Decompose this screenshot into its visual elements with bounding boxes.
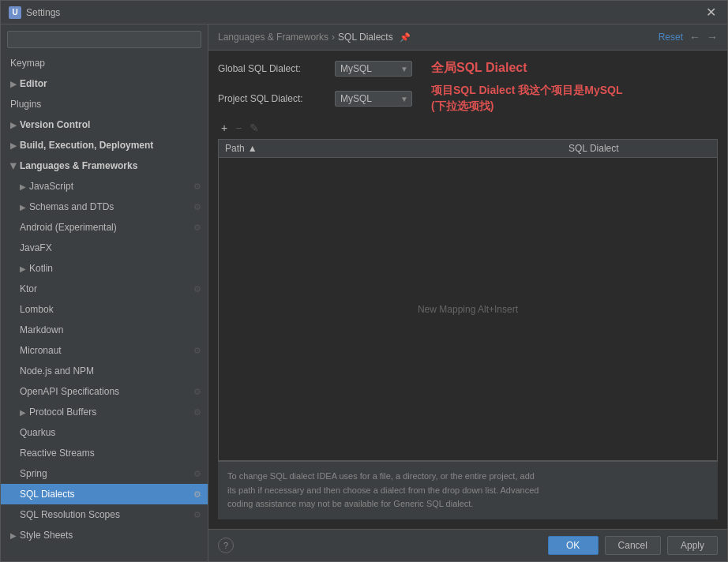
arrow-icon-style: ▶ — [10, 530, 17, 541]
search-input[interactable] — [7, 31, 201, 48]
sidebar-item-protocol-buffers[interactable]: ▶ Protocol Buffers ⚙ — [1, 402, 208, 422]
info-text-content: To change SQL dialect IDEA uses for a fi… — [227, 471, 538, 508]
sidebar-item-keymap[interactable]: Keymap — [1, 53, 208, 73]
project-dialect-row: Project SQL Dialect: MySQL SQLite Postgr… — [218, 83, 718, 114]
edit-mapping-button[interactable]: ✎ — [246, 120, 262, 136]
project-dialect-select-wrapper: MySQL SQLite PostgreSQL Oracle Generic S… — [335, 91, 412, 107]
sidebar-item-plugins[interactable]: Plugins — [1, 94, 208, 114]
sidebar-item-nodejs[interactable]: Node.js and NPM — [1, 361, 208, 381]
sidebar-label-quarkus: Quarkus — [20, 425, 55, 440]
sidebar: 🔍 Keymap ▶ Editor — [1, 24, 208, 561]
sidebar-label-build: Build, Execution, Deployment — [20, 138, 153, 152]
arrow-icon-editor: ▶ — [10, 78, 17, 90]
sidebar-item-style-sheets[interactable]: ▶ Style Sheets — [1, 525, 208, 545]
panel-body: Global SQL Dialect: MySQL SQLite Postgre… — [208, 51, 727, 529]
sidebar-label-protocol: Protocol Buffers — [29, 405, 96, 419]
global-dialect-select-wrapper: MySQL SQLite PostgreSQL Oracle Generic S… — [335, 61, 412, 77]
apply-button[interactable]: Apply — [667, 536, 718, 555]
title-bar-title: Settings — [26, 7, 703, 18]
search-wrapper: 🔍 — [7, 31, 201, 48]
sidebar-item-markdown[interactable]: Markdown — [1, 320, 208, 340]
pin-icon: 📌 — [400, 32, 411, 43]
arrow-icon-protocol: ▶ — [20, 407, 26, 418]
sidebar-label-version-control: Version Control — [20, 118, 90, 132]
sidebar-label-keymap: Keymap — [10, 56, 45, 70]
sidebar-item-micronaut[interactable]: Micronaut ⚙ — [1, 340, 208, 361]
dialect-col-label: SQL Dialect — [569, 143, 619, 154]
gear-icon-micronaut: ⚙ — [193, 344, 201, 358]
table-empty-message: New Mapping Alt+Insert — [219, 158, 717, 460]
app-icon: U — [9, 6, 21, 19]
annotation-project: 项目SQL Dialect 我这个项目是MySQL(下拉选项找) — [431, 83, 622, 114]
arrow-icon-schemas: ▶ — [20, 201, 26, 213]
sidebar-item-lombok[interactable]: Lombok — [1, 299, 208, 320]
sidebar-item-schemas[interactable]: ▶ Schemas and DTDs ⚙ — [1, 197, 208, 217]
search-box: 🔍 — [1, 24, 208, 53]
column-header-dialect: SQL Dialect — [569, 143, 711, 154]
sidebar-label-openapi: OpenAPI Specifications — [20, 384, 119, 399]
breadcrumb-separator: › — [332, 32, 335, 43]
global-dialect-row: Global SQL Dialect: MySQL SQLite Postgre… — [218, 60, 718, 77]
help-button[interactable]: ? — [218, 538, 234, 553]
sidebar-label-languages: Languages & Frameworks — [20, 159, 137, 173]
table-header: Path ▲ SQL Dialect — [219, 140, 717, 158]
sidebar-label-markdown: Markdown — [20, 323, 63, 337]
sidebar-item-sql-dialects[interactable]: SQL Dialects ⚙ — [1, 484, 208, 504]
arrow-icon-languages: ▶ — [8, 163, 20, 169]
global-dialect-select[interactable]: MySQL SQLite PostgreSQL Oracle Generic S… — [335, 61, 412, 77]
sidebar-item-android[interactable]: Android (Experimental) ⚙ — [1, 217, 208, 238]
add-mapping-button[interactable]: + — [218, 120, 231, 136]
project-dialect-label: Project SQL Dialect: — [218, 93, 328, 104]
sidebar-label-micronaut: Micronaut — [20, 343, 62, 358]
gear-icon-javascript: ⚙ — [193, 180, 201, 193]
sort-icon: ▲ — [248, 143, 257, 154]
sidebar-item-quarkus[interactable]: Quarkus — [1, 422, 208, 443]
sidebar-label-javafx: JavaFX — [20, 241, 52, 255]
sidebar-label-javascript: JavaScript — [29, 179, 73, 193]
sidebar-item-languages-frameworks[interactable]: ▶ Languages & Frameworks — [1, 155, 208, 176]
arrow-icon-version-control: ▶ — [10, 119, 17, 131]
sidebar-label-android: Android (Experimental) — [20, 220, 117, 234]
remove-mapping-button[interactable]: − — [232, 120, 245, 136]
right-panel: Languages & Frameworks › SQL Dialects 📌 … — [208, 24, 727, 561]
sidebar-item-javascript[interactable]: ▶ JavaScript ⚙ — [1, 176, 208, 197]
sidebar-item-javafx[interactable]: JavaFX — [1, 238, 208, 258]
main-content: 🔍 Keymap ▶ Editor — [1, 24, 727, 561]
global-dialect-label: Global SQL Dialect: — [218, 63, 328, 74]
sidebar-nav: Keymap ▶ Editor Plugins — [1, 53, 208, 561]
sidebar-item-reactive-streams[interactable]: Reactive Streams — [1, 443, 208, 463]
sidebar-item-editor[interactable]: ▶ Editor — [1, 73, 208, 94]
gear-icon-sql-dialects: ⚙ — [193, 488, 201, 501]
title-bar: U Settings ✕ — [1, 1, 727, 24]
close-button[interactable]: ✕ — [703, 5, 719, 20]
nav-back-button[interactable]: ← — [689, 31, 700, 43]
arrow-icon-kotlin: ▶ — [20, 263, 26, 275]
arrow-icon-javascript: ▶ — [20, 181, 26, 193]
empty-message-text: New Mapping Alt+Insert — [418, 304, 518, 315]
sidebar-item-spring[interactable]: Spring ⚙ — [1, 463, 208, 484]
sidebar-item-version-control[interactable]: ▶ Version Control — [1, 114, 208, 135]
bottom-bar: ? OK Cancel Apply — [208, 529, 727, 561]
cancel-button[interactable]: Cancel — [605, 536, 661, 555]
gear-icon-schemas: ⚙ — [193, 200, 201, 214]
sidebar-item-openapi[interactable]: OpenAPI Specifications ⚙ — [1, 381, 208, 402]
project-dialect-select[interactable]: MySQL SQLite PostgreSQL Oracle Generic S… — [335, 91, 412, 107]
sidebar-label-kotlin: Kotlin — [29, 261, 53, 275]
gear-icon-sql-resolution: ⚙ — [193, 508, 201, 522]
annotation-global: 全局SQL Dialect — [431, 60, 527, 77]
nav-forward-button[interactable]: → — [707, 31, 718, 43]
mapping-table: Path ▲ SQL Dialect New Mapping Alt+Inser… — [218, 139, 718, 461]
reset-link[interactable]: Reset — [659, 32, 683, 43]
sidebar-item-ktor[interactable]: Ktor ⚙ — [1, 279, 208, 299]
sidebar-label-plugins: Plugins — [10, 97, 41, 111]
sidebar-item-kotlin[interactable]: ▶ Kotlin — [1, 258, 208, 279]
sidebar-item-build-execution[interactable]: ▶ Build, Execution, Deployment — [1, 135, 208, 155]
sidebar-label-sql-dialects: SQL Dialects — [20, 487, 75, 501]
column-header-path: Path ▲ — [225, 143, 569, 154]
gear-icon-protocol: ⚙ — [193, 406, 201, 419]
reset-nav: Reset ← → — [659, 31, 718, 43]
breadcrumb-current: SQL Dialects — [338, 32, 393, 43]
ok-button[interactable]: OK — [548, 536, 599, 555]
sidebar-item-sql-resolution[interactable]: SQL Resolution Scopes ⚙ — [1, 504, 208, 525]
settings-window: U Settings ✕ 🔍 Keymap — [0, 0, 728, 562]
